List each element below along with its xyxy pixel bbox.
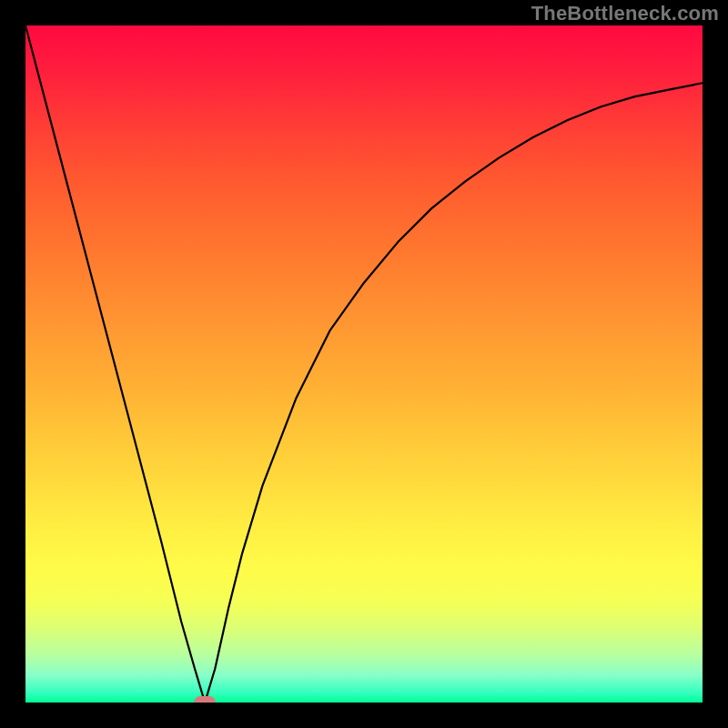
chart-frame: TheBottleneck.com: [0, 0, 728, 728]
curve-path: [25, 25, 703, 703]
watermark-text: TheBottleneck.com: [531, 2, 719, 25]
plot-area: [25, 25, 703, 703]
curve-layer: [25, 25, 703, 703]
minimum-marker: [194, 696, 216, 703]
